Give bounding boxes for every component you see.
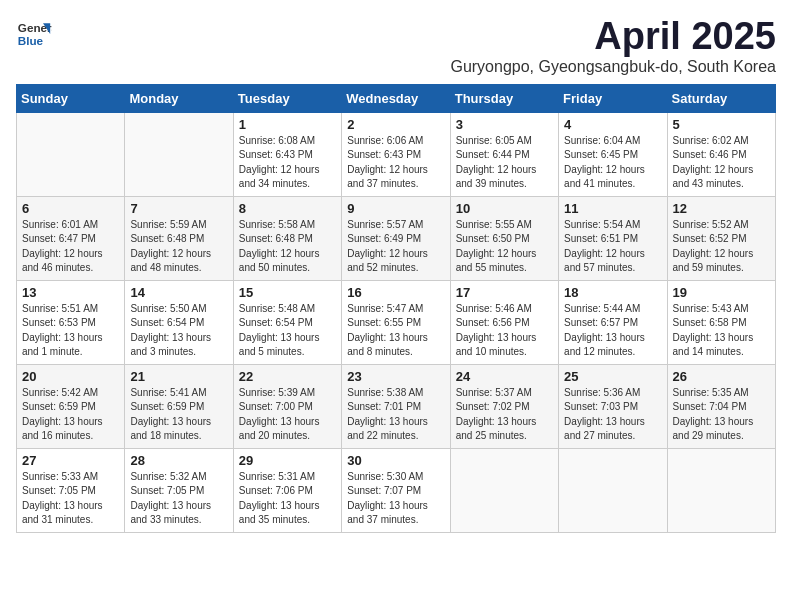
day-info: Sunrise: 5:51 AMSunset: 6:53 PMDaylight:… (22, 302, 119, 360)
day-number: 11 (564, 201, 661, 216)
logo: General Blue (16, 16, 52, 52)
table-row: 29Sunrise: 5:31 AMSunset: 7:06 PMDayligh… (233, 448, 341, 532)
day-number: 8 (239, 201, 336, 216)
day-number: 25 (564, 369, 661, 384)
day-number: 2 (347, 117, 444, 132)
table-row: 4Sunrise: 6:04 AMSunset: 6:45 PMDaylight… (559, 112, 667, 196)
calendar-header-row: Sunday Monday Tuesday Wednesday Thursday… (17, 84, 776, 112)
col-sunday: Sunday (17, 84, 125, 112)
day-info: Sunrise: 5:33 AMSunset: 7:05 PMDaylight:… (22, 470, 119, 528)
table-row: 21Sunrise: 5:41 AMSunset: 6:59 PMDayligh… (125, 364, 233, 448)
day-info: Sunrise: 5:37 AMSunset: 7:02 PMDaylight:… (456, 386, 553, 444)
day-number: 4 (564, 117, 661, 132)
svg-text:Blue: Blue (18, 34, 44, 47)
day-number: 12 (673, 201, 770, 216)
table-row: 5Sunrise: 6:02 AMSunset: 6:46 PMDaylight… (667, 112, 775, 196)
table-row: 9Sunrise: 5:57 AMSunset: 6:49 PMDaylight… (342, 196, 450, 280)
day-number: 29 (239, 453, 336, 468)
table-row: 28Sunrise: 5:32 AMSunset: 7:05 PMDayligh… (125, 448, 233, 532)
day-number: 5 (673, 117, 770, 132)
table-row: 7Sunrise: 5:59 AMSunset: 6:48 PMDaylight… (125, 196, 233, 280)
day-number: 6 (22, 201, 119, 216)
day-info: Sunrise: 5:48 AMSunset: 6:54 PMDaylight:… (239, 302, 336, 360)
day-info: Sunrise: 5:50 AMSunset: 6:54 PMDaylight:… (130, 302, 227, 360)
col-monday: Monday (125, 84, 233, 112)
table-row (559, 448, 667, 532)
logo-icon: General Blue (16, 16, 52, 52)
table-row: 6Sunrise: 6:01 AMSunset: 6:47 PMDaylight… (17, 196, 125, 280)
day-number: 24 (456, 369, 553, 384)
table-row: 1Sunrise: 6:08 AMSunset: 6:43 PMDaylight… (233, 112, 341, 196)
day-info: Sunrise: 5:57 AMSunset: 6:49 PMDaylight:… (347, 218, 444, 276)
table-row: 22Sunrise: 5:39 AMSunset: 7:00 PMDayligh… (233, 364, 341, 448)
day-number: 9 (347, 201, 444, 216)
calendar-week-row: 20Sunrise: 5:42 AMSunset: 6:59 PMDayligh… (17, 364, 776, 448)
day-info: Sunrise: 5:58 AMSunset: 6:48 PMDaylight:… (239, 218, 336, 276)
day-number: 7 (130, 201, 227, 216)
table-row: 20Sunrise: 5:42 AMSunset: 6:59 PMDayligh… (17, 364, 125, 448)
table-row (17, 112, 125, 196)
day-info: Sunrise: 5:46 AMSunset: 6:56 PMDaylight:… (456, 302, 553, 360)
day-info: Sunrise: 6:05 AMSunset: 6:44 PMDaylight:… (456, 134, 553, 192)
month-title: April 2025 (450, 16, 776, 58)
day-info: Sunrise: 5:39 AMSunset: 7:00 PMDaylight:… (239, 386, 336, 444)
day-info: Sunrise: 6:04 AMSunset: 6:45 PMDaylight:… (564, 134, 661, 192)
day-info: Sunrise: 5:42 AMSunset: 6:59 PMDaylight:… (22, 386, 119, 444)
calendar-week-row: 6Sunrise: 6:01 AMSunset: 6:47 PMDaylight… (17, 196, 776, 280)
day-info: Sunrise: 6:08 AMSunset: 6:43 PMDaylight:… (239, 134, 336, 192)
table-row: 30Sunrise: 5:30 AMSunset: 7:07 PMDayligh… (342, 448, 450, 532)
table-row: 26Sunrise: 5:35 AMSunset: 7:04 PMDayligh… (667, 364, 775, 448)
col-saturday: Saturday (667, 84, 775, 112)
table-row: 19Sunrise: 5:43 AMSunset: 6:58 PMDayligh… (667, 280, 775, 364)
table-row: 16Sunrise: 5:47 AMSunset: 6:55 PMDayligh… (342, 280, 450, 364)
day-number: 20 (22, 369, 119, 384)
day-number: 22 (239, 369, 336, 384)
day-info: Sunrise: 5:35 AMSunset: 7:04 PMDaylight:… (673, 386, 770, 444)
day-info: Sunrise: 5:31 AMSunset: 7:06 PMDaylight:… (239, 470, 336, 528)
table-row: 11Sunrise: 5:54 AMSunset: 6:51 PMDayligh… (559, 196, 667, 280)
table-row: 3Sunrise: 6:05 AMSunset: 6:44 PMDaylight… (450, 112, 558, 196)
table-row (450, 448, 558, 532)
day-info: Sunrise: 5:43 AMSunset: 6:58 PMDaylight:… (673, 302, 770, 360)
day-info: Sunrise: 6:06 AMSunset: 6:43 PMDaylight:… (347, 134, 444, 192)
day-info: Sunrise: 5:32 AMSunset: 7:05 PMDaylight:… (130, 470, 227, 528)
day-number: 1 (239, 117, 336, 132)
day-number: 30 (347, 453, 444, 468)
location-subtitle: Guryongpo, Gyeongsangbuk-do, South Korea (450, 58, 776, 76)
calendar-week-row: 1Sunrise: 6:08 AMSunset: 6:43 PMDaylight… (17, 112, 776, 196)
table-row: 10Sunrise: 5:55 AMSunset: 6:50 PMDayligh… (450, 196, 558, 280)
day-number: 16 (347, 285, 444, 300)
day-number: 18 (564, 285, 661, 300)
day-number: 10 (456, 201, 553, 216)
table-row: 14Sunrise: 5:50 AMSunset: 6:54 PMDayligh… (125, 280, 233, 364)
table-row: 2Sunrise: 6:06 AMSunset: 6:43 PMDaylight… (342, 112, 450, 196)
table-row: 8Sunrise: 5:58 AMSunset: 6:48 PMDaylight… (233, 196, 341, 280)
day-info: Sunrise: 5:41 AMSunset: 6:59 PMDaylight:… (130, 386, 227, 444)
table-row: 25Sunrise: 5:36 AMSunset: 7:03 PMDayligh… (559, 364, 667, 448)
table-row: 12Sunrise: 5:52 AMSunset: 6:52 PMDayligh… (667, 196, 775, 280)
table-row: 15Sunrise: 5:48 AMSunset: 6:54 PMDayligh… (233, 280, 341, 364)
table-row: 24Sunrise: 5:37 AMSunset: 7:02 PMDayligh… (450, 364, 558, 448)
day-info: Sunrise: 5:38 AMSunset: 7:01 PMDaylight:… (347, 386, 444, 444)
day-info: Sunrise: 5:59 AMSunset: 6:48 PMDaylight:… (130, 218, 227, 276)
day-info: Sunrise: 5:55 AMSunset: 6:50 PMDaylight:… (456, 218, 553, 276)
table-row: 17Sunrise: 5:46 AMSunset: 6:56 PMDayligh… (450, 280, 558, 364)
table-row: 13Sunrise: 5:51 AMSunset: 6:53 PMDayligh… (17, 280, 125, 364)
day-number: 28 (130, 453, 227, 468)
col-wednesday: Wednesday (342, 84, 450, 112)
day-info: Sunrise: 5:47 AMSunset: 6:55 PMDaylight:… (347, 302, 444, 360)
day-number: 3 (456, 117, 553, 132)
title-block: April 2025 Guryongpo, Gyeongsangbuk-do, … (450, 16, 776, 76)
day-info: Sunrise: 5:44 AMSunset: 6:57 PMDaylight:… (564, 302, 661, 360)
day-info: Sunrise: 5:52 AMSunset: 6:52 PMDaylight:… (673, 218, 770, 276)
day-number: 14 (130, 285, 227, 300)
calendar-table: Sunday Monday Tuesday Wednesday Thursday… (16, 84, 776, 533)
calendar-week-row: 27Sunrise: 5:33 AMSunset: 7:05 PMDayligh… (17, 448, 776, 532)
col-thursday: Thursday (450, 84, 558, 112)
table-row: 18Sunrise: 5:44 AMSunset: 6:57 PMDayligh… (559, 280, 667, 364)
day-number: 26 (673, 369, 770, 384)
table-row: 27Sunrise: 5:33 AMSunset: 7:05 PMDayligh… (17, 448, 125, 532)
day-number: 19 (673, 285, 770, 300)
day-number: 15 (239, 285, 336, 300)
table-row (667, 448, 775, 532)
